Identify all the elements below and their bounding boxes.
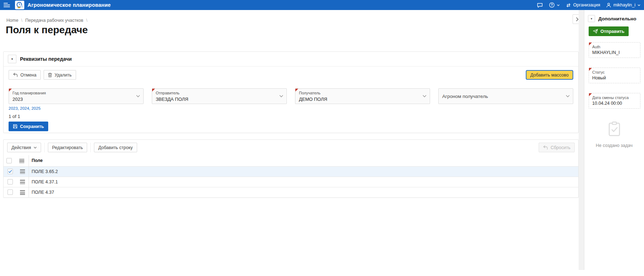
chevron-down-icon — [34, 147, 37, 149]
organization-label: Организация — [573, 3, 600, 8]
edit-button[interactable]: Редактировать — [48, 143, 87, 152]
app-title: Агрономическое планирование — [28, 2, 111, 8]
fields-table: Поле ПОЛЕ 3.65.2 ПОЛЕ 4.37.1 ПОЛЕ 4. — [4, 155, 578, 197]
save-button[interactable]: Сохранить — [9, 122, 48, 131]
save-icon — [13, 124, 18, 129]
row-menu-icon[interactable] — [19, 159, 24, 163]
chevron-down-icon — [557, 4, 560, 6]
actions-menu-button[interactable]: Действия — [7, 143, 41, 152]
app-logo — [15, 1, 24, 9]
content-gutter — [579, 10, 584, 270]
chat-icon[interactable] — [537, 3, 543, 8]
table-row[interactable]: ПОЛЕ 3.65.2 — [4, 166, 578, 177]
chevron-down-icon — [638, 4, 640, 6]
row-drag-handle[interactable] — [20, 190, 25, 194]
additional-title: Дополнительно — [598, 16, 636, 21]
send-button[interactable]: Отправить — [589, 26, 629, 36]
check-icon — [8, 170, 12, 173]
app-window: Агрономическое планирование Органи — [0, 0, 644, 276]
page-title: Поля к передаче — [6, 24, 88, 36]
user-menu[interactable]: mikhaylin_i — [606, 3, 640, 8]
additional-collapse-button[interactable]: ▼ — [588, 15, 595, 22]
status-display: Статус Новый — [589, 68, 640, 83]
swap-icon — [566, 3, 571, 8]
table-row[interactable]: ПОЛЕ 4.37 — [4, 187, 578, 197]
chevron-right-icon — [576, 17, 579, 21]
status-date-display: Дата смены статуса 10.04.24 00:00 — [589, 93, 640, 109]
paper-plane-icon — [593, 29, 598, 34]
year-link-2024[interactable]: 2024 — [20, 106, 31, 110]
column-header-field: Поле — [29, 155, 578, 166]
clipboard-icon — [606, 121, 623, 137]
auth-display: Auth MIKHAYLIN_I — [589, 42, 640, 58]
row-checkbox[interactable] — [8, 169, 13, 174]
year-link-2023[interactable]: 2023 — [9, 106, 20, 110]
undo-icon — [13, 73, 18, 77]
trash-icon — [48, 73, 52, 78]
top-header-bar: Агрономическое планирование Органи — [0, 0, 644, 10]
field-name-cell: ПОЛЕ 4.37.1 — [29, 177, 578, 187]
year-links: 202320242025 — [9, 106, 573, 110]
menu-hamburger-icon[interactable] — [4, 3, 10, 7]
chevron-down-icon — [136, 95, 140, 98]
field-name-cell: ПОЛЕ 4.37 — [29, 187, 578, 197]
add-row-button[interactable]: Добавить строку — [94, 143, 137, 152]
add-mass-button[interactable]: Добавить массово — [526, 70, 573, 80]
reset-button[interactable]: Сбросить — [539, 143, 575, 152]
field-name-cell: ПОЛЕ 3.65.2 — [29, 166, 578, 177]
help-menu[interactable] — [549, 2, 560, 8]
chevron-down-icon — [423, 95, 426, 98]
requisites-title: Реквизиты передачи — [20, 56, 72, 62]
agronomist-receiver-select[interactable]: Агроном получатель — [438, 88, 573, 104]
table-row[interactable]: ПОЛЕ 4.37.1 — [4, 177, 578, 187]
undo-icon — [543, 145, 548, 150]
cancel-button[interactable]: Отмена — [9, 70, 41, 80]
chevron-down-icon — [566, 95, 570, 98]
sender-select[interactable]: Отправитель ЗВЕЗДА ПОЛЯ — [152, 88, 287, 104]
organization-switcher[interactable]: Организация — [566, 3, 600, 8]
row-checkbox[interactable] — [8, 189, 13, 195]
pagination-label: 1 of 1 — [9, 114, 573, 119]
select-all-checkbox[interactable] — [6, 158, 12, 163]
no-tasks-label: Не создано задач — [584, 143, 644, 148]
row-drag-handle[interactable] — [20, 180, 25, 184]
breadcrumb-home[interactable]: Home — [6, 18, 23, 23]
row-drag-handle[interactable] — [20, 169, 25, 174]
username-label: mikhaylin_i — [613, 3, 635, 8]
row-checkbox[interactable] — [8, 179, 13, 184]
receiver-select[interactable]: Получатель ДЕМО ПОЛЯ — [295, 88, 430, 104]
chevron-down-icon — [279, 95, 283, 98]
planning-year-select[interactable]: Год планирования 2023 — [9, 88, 144, 104]
breadcrumb: Home Передача рабочих участков — [6, 18, 88, 23]
breadcrumb-transfer[interactable]: Передача рабочих участков — [25, 18, 88, 23]
requisites-collapse-button[interactable]: ▼ — [8, 55, 16, 63]
fields-table-region: Действия Редактировать Добавить строку С… — [3, 139, 579, 198]
user-icon — [606, 3, 611, 8]
year-link-2025[interactable]: 2025 — [31, 106, 41, 110]
requisites-region: ▼ Реквизиты передачи Отмена Удалить — [3, 51, 579, 133]
delete-button[interactable]: Удалить — [44, 70, 76, 80]
additional-sidebar: ▼ Дополнительно Отправить Auth MIKHAYLIN… — [584, 10, 644, 270]
